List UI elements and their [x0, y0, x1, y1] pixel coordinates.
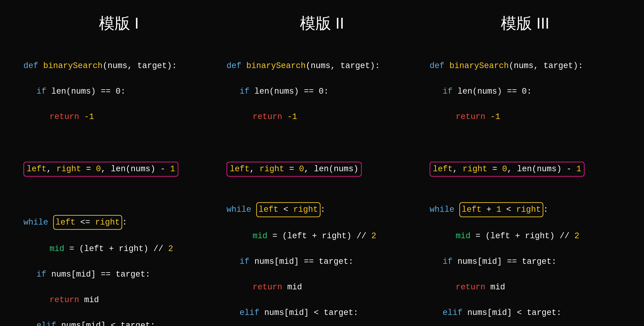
code-panel-2: def binarySearch(nums, target): if len(n…: [226, 42, 418, 326]
code-panels-row: def binarySearch(nums, target): if len(n…: [0, 42, 644, 326]
code-block-1: def binarySearch(nums, target): if len(n…: [24, 47, 214, 326]
panel1-title: 模版 I: [21, 13, 216, 34]
code-panel-1: def binarySearch(nums, target): if len(n…: [24, 42, 214, 326]
code-block-3: def binarySearch(nums, target): if len(n…: [430, 47, 620, 326]
init-condition-2: left, right = 0, len(nums): [226, 162, 362, 177]
panel2-title: 模版 II: [224, 13, 420, 34]
headers-row: 模版 I 模版 II 模版 III: [0, 0, 644, 42]
code-block-2: def binarySearch(nums, target): if len(n…: [226, 47, 418, 326]
init-condition-3: left, right = 0, len(nums) - 1: [430, 162, 584, 177]
code-panel-3: def binarySearch(nums, target): if len(n…: [430, 42, 620, 326]
main-container: 模版 I 模版 II 模版 III def binarySearch(nums,…: [0, 0, 644, 326]
panel3-title: 模版 III: [428, 13, 623, 34]
